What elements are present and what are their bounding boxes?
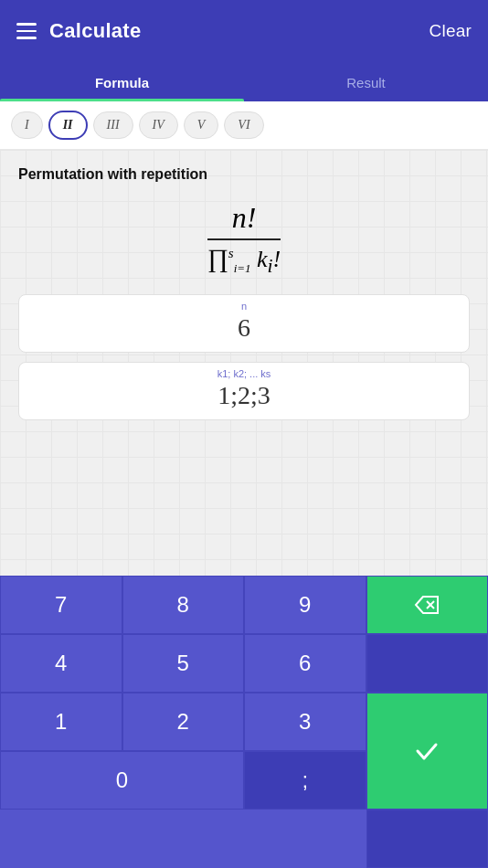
sub-tab-V[interactable]: V <box>184 111 219 139</box>
n-input-label: n <box>241 301 247 312</box>
input-fields: n 6 k1; k2; ... ks 1;2;3 <box>18 294 470 420</box>
key-9[interactable]: 9 <box>244 576 366 634</box>
key-1[interactable]: 1 <box>0 693 122 751</box>
key-semicolon[interactable]: ; <box>244 751 366 810</box>
sub-tabs: I II III IV V VI <box>0 101 488 150</box>
key-backspace[interactable] <box>366 576 489 634</box>
n-input-container[interactable]: n 6 <box>18 294 470 353</box>
key-6[interactable]: 6 <box>244 634 366 693</box>
sub-tab-II[interactable]: II <box>48 111 88 140</box>
key-4[interactable]: 4 <box>0 634 122 693</box>
key-8[interactable]: 8 <box>122 576 245 634</box>
formula-display: n! ∏si=1 ki! <box>18 183 470 294</box>
formula-denominator: ∏si=1 ki! <box>207 240 281 278</box>
sub-tab-I[interactable]: I <box>11 111 43 139</box>
main-content: I II III IV V VI Permutation with repeti… <box>0 101 488 868</box>
key-0[interactable]: 0 <box>0 751 244 810</box>
sub-tab-VI[interactable]: VI <box>224 111 263 139</box>
k-input-container[interactable]: k1; k2; ... ks 1;2;3 <box>18 362 470 420</box>
key-3[interactable]: 3 <box>244 693 366 751</box>
key-7[interactable]: 7 <box>0 576 122 634</box>
tab-result[interactable]: Result <box>244 62 488 101</box>
key-empty-1 <box>366 634 489 693</box>
formula-title: Permutation with repetition <box>18 166 470 183</box>
hamburger-menu-icon[interactable] <box>16 23 37 39</box>
app-title: Calculate <box>49 19 142 43</box>
main-tabs: Formula Result <box>0 62 488 101</box>
k-input-value[interactable]: 1;2;3 <box>34 381 454 410</box>
key-check[interactable] <box>366 693 489 810</box>
key-empty-4 <box>366 810 489 868</box>
k-input-label: k1; k2; ... ks <box>217 368 271 379</box>
tab-formula[interactable]: Formula <box>0 62 244 101</box>
key-5[interactable]: 5 <box>122 634 245 693</box>
sub-tab-IV[interactable]: IV <box>139 111 178 139</box>
formula-area: Permutation with repetition n! ∏si=1 ki!… <box>0 150 488 576</box>
clear-button[interactable]: Clear <box>430 21 472 41</box>
formula-fraction: n! ∏si=1 ki! <box>207 201 281 278</box>
formula-numerator: n! <box>232 201 257 238</box>
keypad: 7 8 9 4 5 6 1 2 3 0 ; <box>0 576 488 868</box>
app-header: Calculate Clear <box>0 0 488 62</box>
sub-tab-III[interactable]: III <box>93 111 133 139</box>
header-left: Calculate <box>16 19 142 43</box>
n-input-value[interactable]: 6 <box>34 313 454 343</box>
key-2[interactable]: 2 <box>122 693 245 751</box>
